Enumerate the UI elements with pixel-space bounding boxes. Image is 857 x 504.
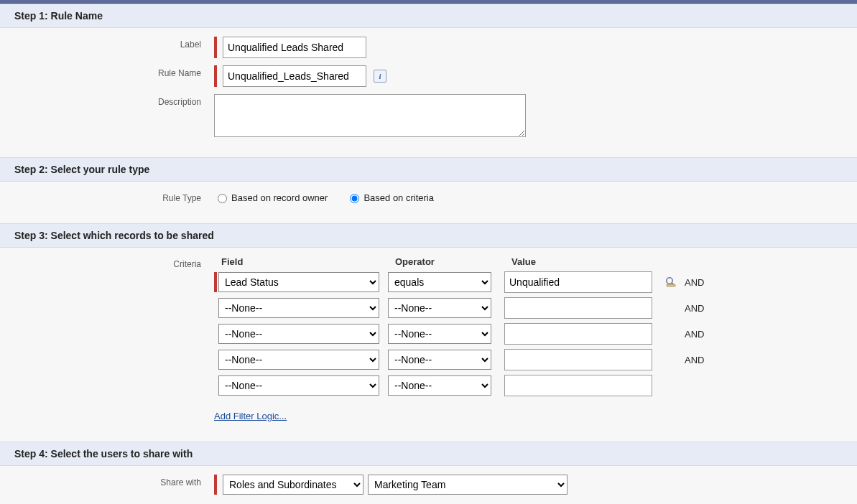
- step4-body: Share with Roles and Subordinates Market…: [0, 466, 857, 504]
- info-icon[interactable]: i: [374, 70, 386, 83]
- criteria-row: Lead StatusequalsAND: [214, 271, 843, 293]
- rulename-label: Rule Name: [14, 65, 214, 78]
- criteria-and-text: AND: [685, 277, 704, 288]
- required-indicator: [214, 65, 217, 87]
- ruletype-label: Rule Type: [14, 190, 214, 203]
- step2-header: Step 2: Select your rule type: [0, 157, 857, 182]
- criteria-and-text: AND: [685, 303, 704, 314]
- criteria-field-select[interactable]: Lead Status: [218, 272, 379, 292]
- criteria-and-text: AND: [685, 355, 704, 365]
- description-label: Description: [14, 94, 214, 107]
- sharewith-target-select[interactable]: Marketing Team: [368, 475, 568, 495]
- svg-rect-2: [667, 284, 675, 286]
- step2-body: Rule Type Based on record owner Based on…: [0, 182, 857, 223]
- criteria-table: Field Operator Value Lead StatusequalsAN…: [214, 256, 843, 396]
- criteria-field-select[interactable]: --None--: [218, 375, 379, 396]
- criteria-value-input[interactable]: [504, 271, 652, 293]
- svg-point-0: [667, 278, 672, 284]
- criteria-row: --None----None--AND: [214, 349, 843, 370]
- lookup-icon[interactable]: [664, 276, 677, 289]
- criteria-label: Criteria: [14, 256, 214, 269]
- criteria-and-text: AND: [685, 329, 704, 340]
- criteria-field-select[interactable]: --None--: [218, 298, 379, 318]
- required-indicator: [214, 37, 217, 58]
- step3-header: Step 3: Select which records to be share…: [0, 223, 857, 248]
- rulename-input[interactable]: [223, 65, 366, 87]
- criteria-operator-select[interactable]: --None--: [388, 324, 491, 344]
- criteria-value-input[interactable]: [504, 375, 652, 396]
- step1-body: Label Rule Name i Description: [0, 28, 857, 157]
- criteria-field-select[interactable]: --None--: [218, 350, 379, 370]
- sharewith-label: Share with: [14, 475, 214, 487]
- criteria-value-input[interactable]: [504, 323, 652, 345]
- criteria-header-row: Field Operator Value: [214, 256, 843, 267]
- step3-body: Criteria Field Operator Value Lead Statu…: [0, 248, 857, 442]
- criteria-operator-select[interactable]: --None--: [388, 375, 491, 396]
- required-indicator: [214, 272, 217, 292]
- step4-header: Step 4: Select the users to share with: [0, 442, 857, 466]
- step1-header: Step 1: Rule Name: [0, 4, 857, 28]
- criteria-field-select[interactable]: --None--: [218, 324, 379, 344]
- ruletype-criteria-text: Based on criteria: [363, 192, 434, 203]
- col-field-header: Field: [214, 256, 386, 267]
- sharewith-category-select[interactable]: Roles and Subordinates: [223, 475, 363, 495]
- page-container: Step 1: Rule Name Label Rule Name i Desc…: [0, 0, 857, 504]
- ruletype-owner-text: Based on record owner: [231, 192, 328, 203]
- criteria-row: --None----None--AND: [214, 323, 843, 345]
- label-input[interactable]: [223, 37, 366, 58]
- ruletype-owner-radio[interactable]: [218, 194, 227, 203]
- col-operator-header: Operator: [395, 256, 503, 267]
- criteria-operator-select[interactable]: --None--: [388, 298, 491, 318]
- criteria-row: --None----None--AND: [214, 297, 843, 319]
- required-indicator: [214, 475, 217, 495]
- ruletype-criteria-option[interactable]: Based on criteria: [346, 192, 434, 203]
- label-label: Label: [14, 37, 214, 50]
- description-textarea[interactable]: [214, 94, 526, 137]
- ruletype-criteria-radio[interactable]: [350, 194, 359, 203]
- criteria-value-input[interactable]: [504, 349, 652, 370]
- add-filter-logic-link[interactable]: Add Filter Logic...: [214, 411, 287, 421]
- criteria-operator-select[interactable]: equals: [388, 272, 491, 292]
- criteria-operator-select[interactable]: --None--: [388, 350, 491, 370]
- col-value-header: Value: [511, 256, 659, 267]
- criteria-row: --None----None--: [214, 375, 843, 396]
- ruletype-owner-option[interactable]: Based on record owner: [214, 192, 328, 203]
- criteria-value-input[interactable]: [504, 297, 652, 319]
